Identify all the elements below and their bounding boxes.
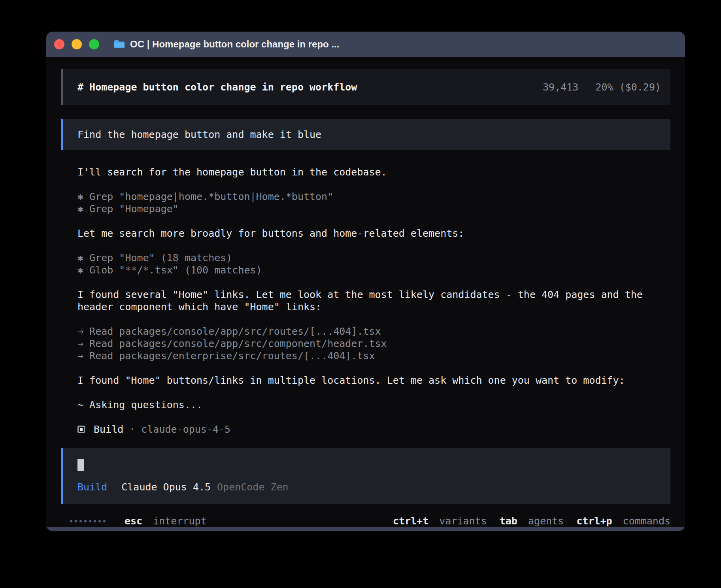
session-title: # Homepage button color change in repo w… xyxy=(77,81,357,93)
close-button[interactable] xyxy=(54,39,64,49)
shortcut-agents: tab agents xyxy=(500,515,564,527)
tool-call-glob: ✱ Glob "**/*.tsx" (100 matches) xyxy=(77,264,670,276)
session-stats: 39,413 20% ($0.29) xyxy=(543,81,661,93)
assistant-message: I'll search for the homepage button in t… xyxy=(77,166,670,178)
esc-hint: esc interrupt xyxy=(125,515,207,527)
tool-call-read: → Read packages/console/app/src/routes/[… xyxy=(77,325,670,337)
agent-separator: · xyxy=(129,423,135,435)
shortcut-commands: ctrl+p commands xyxy=(576,515,670,527)
user-message: Find the homepage button and make it blu… xyxy=(61,119,670,150)
prompt-input[interactable]: Build Claude Opus 4.5 OpenCode Zen xyxy=(61,448,670,504)
shortcut-label: variants xyxy=(439,515,487,527)
window-title: OC | Homepage button color change in rep… xyxy=(130,39,339,50)
agent-mode-badge[interactable]: Build xyxy=(77,481,107,493)
progress-dots xyxy=(70,520,106,522)
provider-label: OpenCode Zen xyxy=(217,481,289,493)
folder-icon xyxy=(113,40,125,49)
context-usage: 20% ($0.29) xyxy=(595,81,661,93)
shortcut-variants: ctrl+t variants xyxy=(393,515,487,527)
token-count: 39,413 xyxy=(543,81,578,93)
agent-build-icon xyxy=(77,426,85,433)
agent-model: claude-opus-4-5 xyxy=(141,423,230,435)
titlebar: OC | Homepage button color change in rep… xyxy=(46,32,685,57)
input-cursor xyxy=(77,459,84,471)
chat-log: I'll search for the homepage button in t… xyxy=(61,166,670,435)
esc-key: esc xyxy=(125,515,142,527)
agent-status-line: Build · claude-opus-4-5 xyxy=(77,423,670,435)
shortcut-key: tab xyxy=(500,515,517,527)
shortcut-key: ctrl+p xyxy=(576,515,612,527)
terminal-window: OC | Homepage button color change in rep… xyxy=(46,32,685,531)
agent-name: Build xyxy=(94,423,123,435)
tool-call-grep: ✱ Grep "homepage|home.*button|Home.*butt… xyxy=(77,190,670,203)
assistant-message: Let me search more broadly for buttons a… xyxy=(77,227,670,239)
prompt-footer: Build Claude Opus 4.5 OpenCode Zen xyxy=(77,481,661,493)
shortcut-label: commands xyxy=(623,515,670,527)
tool-call-read: → Read packages/enterprise/src/routes/[.… xyxy=(77,350,670,362)
tool-call-read: → Read packages/console/app/src/componen… xyxy=(77,337,670,350)
minimize-button[interactable] xyxy=(72,39,82,49)
asking-status-line: ~ Asking questions... xyxy=(77,399,670,411)
assistant-message: I found several "Home" links. Let me loo… xyxy=(77,288,670,313)
tool-call-grep: ✱ Grep "Homepage" xyxy=(77,203,670,215)
shortcut-hints: ctrl+t variants tab agents ctrl+p comman… xyxy=(393,515,670,527)
zoom-button[interactable] xyxy=(89,39,99,49)
assistant-message: I found "Home" buttons/links in multiple… xyxy=(77,374,670,386)
session-header: # Homepage button color change in repo w… xyxy=(61,69,670,105)
esc-label: interrupt xyxy=(153,515,206,527)
terminal-content: # Homepage button color change in repo w… xyxy=(46,57,685,527)
tool-call-grep: ✱ Grep "Home" (18 matches) xyxy=(77,252,670,264)
status-bar: esc interrupt ctrl+t variants tab agents… xyxy=(61,515,670,527)
shortcut-label: agents xyxy=(528,515,564,527)
model-label: Claude Opus 4.5 xyxy=(121,481,211,493)
window-controls xyxy=(54,39,99,49)
shortcut-key: ctrl+t xyxy=(393,515,428,527)
user-message-text: Find the homepage button and make it blu… xyxy=(77,128,321,141)
